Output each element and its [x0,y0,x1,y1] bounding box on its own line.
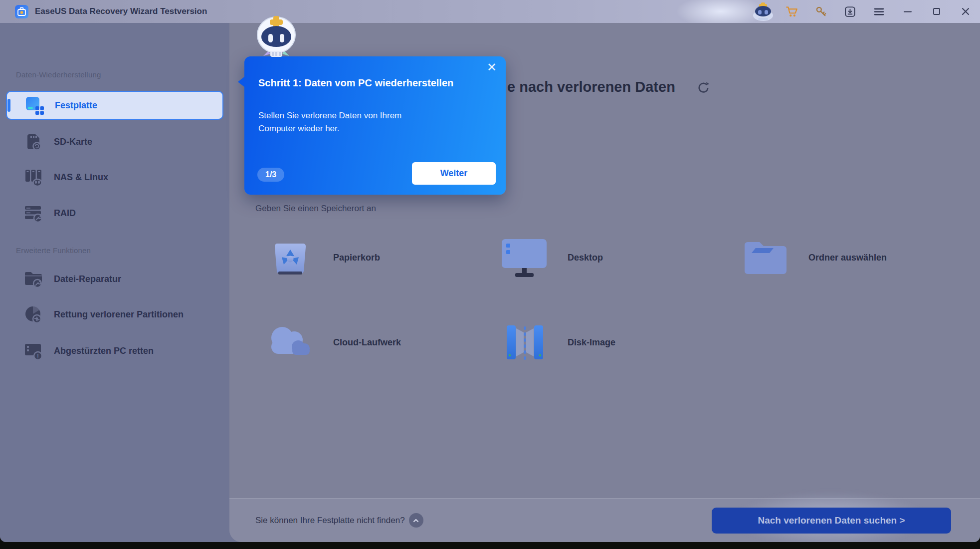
sidebar-item-label: RAID [54,208,76,219]
location-label: Disk-Image [568,337,615,348]
sidebar-item-raid[interactable]: RAID [6,199,223,227]
sidebar-item-label: NAS & Linux [54,172,108,183]
sidebar-item-sd-karte[interactable]: SD-Karte [6,128,223,156]
cart-icon[interactable] [778,0,806,23]
folder-select-icon [742,238,789,277]
selection-indicator [7,99,10,112]
tour-body: Stellen Sie verlorene Daten von Ihrem Co… [258,109,433,136]
tour-title: Schritt 1: Daten vom PC wiederherstellen [258,77,453,89]
titlebar-actions [749,0,980,23]
location-tile-papierkorb[interactable]: Papierkorb [265,237,380,278]
sd-card-icon [23,131,44,152]
step-badge: 1/3 [257,168,284,182]
maximize-button[interactable] [922,0,951,23]
nas-linux-icon [23,167,44,188]
minimize-button[interactable] [893,0,922,23]
app-title: EaseUS Data Recovery Wizard Testversion [35,6,207,16]
partition-recovery-icon [23,304,44,325]
sidebar-item-label: SD-Karte [54,137,92,147]
close-icon[interactable]: ✕ [487,60,497,74]
sidebar: Daten-Wiederherstellung Festplatte [0,23,229,542]
sidebar-section-advanced: Erweiterte Funktionen [16,246,91,255]
page-title: e nach verlorenen Daten [507,79,675,95]
location-tile-desktop[interactable]: Desktop [500,237,603,278]
scan-button[interactable]: Nach verlorenen Daten suchen > [712,508,951,534]
drive-not-found-link[interactable]: Sie können Ihre Festplatte nicht finden? [255,499,423,542]
help-text: Sie können Ihre Festplatte nicht finden? [255,516,405,526]
app-logo-icon [15,5,28,18]
sidebar-item-nas-linux[interactable]: NAS & Linux [6,163,223,191]
assistant-mascot-icon[interactable] [749,0,778,23]
location-label: Ordner auswählen [808,253,887,263]
sidebar-item-festplatte[interactable]: Festplatte [6,91,223,120]
tour-popup: ✕ Schritt 1: Daten vom PC wiederherstell… [244,56,506,195]
sidebar-item-partition-rettung[interactable]: Rettung verlorener Partitionen [6,300,223,328]
license-key-icon[interactable] [806,0,835,23]
raid-icon [23,203,44,224]
location-prompt: Geben Sie einen Speicherort an [255,204,376,214]
location-label: Cloud-Laufwerk [333,337,401,348]
sidebar-section-recovery: Daten-Wiederherstellung [16,70,101,79]
sidebar-item-datei-reparatur[interactable]: Datei-Reparatur [6,265,223,293]
sidebar-item-abgestuerzter-pc[interactable]: ! Abgestürzten PC retten [6,337,223,365]
weiter-button[interactable]: Weiter [412,162,496,185]
location-tile-disk-image[interactable]: Disk-Image [500,321,615,363]
location-tile-ordner[interactable]: Ordner auswählen [741,237,887,278]
desktop-monitor-icon [500,237,550,278]
location-label: Papierkorb [333,253,380,263]
disk-image-icon [503,321,546,363]
hard-drive-icon [24,95,45,116]
file-repair-icon [23,269,44,289]
crashed-pc-icon: ! [23,340,44,361]
sidebar-item-label: Festplatte [55,100,97,111]
chevron-up-icon[interactable] [409,513,423,528]
menu-icon[interactable] [864,0,893,23]
refresh-icon[interactable] [696,80,711,95]
sidebar-item-label: Datei-Reparatur [54,274,121,284]
sidebar-item-label: Abgestürzten PC retten [54,346,154,356]
cloud-drive-icon [265,324,315,361]
svg-text:!: ! [37,353,39,360]
titlebar: EaseUS Data Recovery Wizard Testversion [0,0,980,23]
sidebar-item-label: Rettung verlorener Partitionen [54,309,184,320]
close-button[interactable] [951,0,980,23]
bottom-bar: Sie können Ihre Festplatte nicht finden?… [229,498,980,542]
location-tile-cloud[interactable]: Cloud-Laufwerk [265,321,401,363]
location-label: Desktop [568,253,603,263]
recycle-bin-icon [269,237,311,278]
download-icon[interactable] [835,0,864,23]
